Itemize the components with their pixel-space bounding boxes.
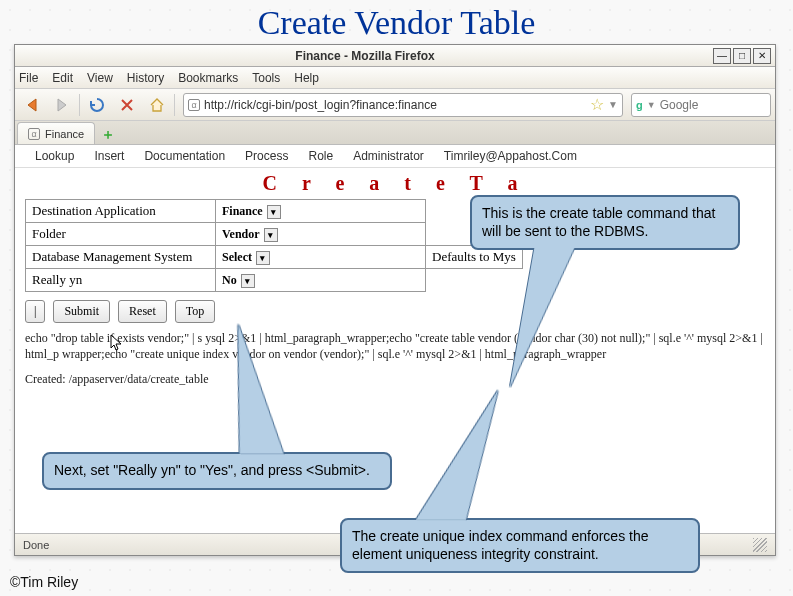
titlebar: Finance - Mozilla Firefox — □ ✕ [15, 45, 775, 67]
top-button[interactable]: Top [175, 300, 216, 323]
bookmark-star-icon[interactable]: ☆ [590, 95, 604, 114]
label-dbms: Database Management System [26, 246, 216, 269]
site-icon: α [188, 99, 200, 111]
home-button[interactable] [144, 92, 170, 118]
tab-strip: α Finance ＋ [15, 121, 775, 145]
reload-icon [88, 96, 106, 114]
url-input[interactable] [204, 98, 586, 112]
submit-button[interactable]: Submit [53, 300, 110, 323]
google-icon [636, 98, 643, 112]
console-output: echo "drop table if exists vendor;" | s … [25, 331, 765, 388]
form-row-dbms: Database Management System Select ▾ Defa… [26, 246, 523, 269]
pipe-button[interactable]: | [25, 300, 45, 323]
console-line-1: echo "drop table if exists vendor;" | s … [25, 331, 765, 362]
nav-documentation[interactable]: Documentation [144, 149, 225, 163]
nav-lookup[interactable]: Lookup [35, 149, 74, 163]
back-arrow-icon [22, 95, 42, 115]
select-dbms[interactable]: Select ▾ [222, 250, 270, 265]
status-text: Done [23, 539, 49, 551]
menu-help[interactable]: Help [294, 71, 319, 85]
callout-really-yn: Next, set "Really yn" to "Yes", and pres… [42, 452, 392, 490]
nav-process[interactable]: Process [245, 149, 288, 163]
menu-tools[interactable]: Tools [252, 71, 280, 85]
search-dropdown-icon[interactable]: ▼ [647, 100, 656, 110]
copyright: ©Tim Riley [10, 574, 78, 590]
nav-insert[interactable]: Insert [94, 149, 124, 163]
divider [174, 94, 175, 116]
url-bar[interactable]: α ☆ ▼ [183, 93, 623, 117]
menu-view[interactable]: View [87, 71, 113, 85]
form-table: Destination Application Finance ▾ Folder… [25, 199, 523, 292]
window-title: Finance - Mozilla Firefox [19, 49, 711, 63]
label-really-yn: Really yn [26, 269, 216, 292]
search-bar[interactable]: ▼ [631, 93, 771, 117]
form-row-really-yn: Really yn No ▾ [26, 269, 523, 292]
chevron-down-icon: ▾ [241, 274, 255, 288]
menu-edit[interactable]: Edit [52, 71, 73, 85]
resize-grip-icon[interactable] [753, 538, 767, 552]
minimize-button[interactable]: — [713, 48, 731, 64]
url-dropdown-icon[interactable]: ▼ [608, 99, 618, 110]
slide-title: Create Vendor Table [0, 4, 793, 42]
divider [79, 94, 80, 116]
forward-arrow-icon [52, 95, 72, 115]
form-row-folder: Folder Vendor ▾ [26, 223, 523, 246]
menubar: File Edit View History Bookmarks Tools H… [15, 67, 775, 89]
close-button[interactable]: ✕ [753, 48, 771, 64]
select-really-yn[interactable]: No ▾ [222, 273, 255, 288]
label-destination-application: Destination Application [26, 200, 216, 223]
nav-administrator[interactable]: Administrator [353, 149, 424, 163]
callout-create-table: This is the create table command that wi… [470, 195, 740, 250]
menu-bookmarks[interactable]: Bookmarks [178, 71, 238, 85]
home-icon [148, 96, 166, 114]
tab-favicon-icon: α [28, 128, 40, 140]
select-destination-application[interactable]: Finance ▾ [222, 204, 281, 219]
forward-button[interactable] [49, 92, 75, 118]
console-line-2: Created: /appaserver/data/create_table [25, 372, 765, 388]
search-input[interactable] [660, 98, 793, 112]
nav-role[interactable]: Role [308, 149, 333, 163]
chevron-down-icon: ▾ [256, 251, 270, 265]
form-row-destination-application: Destination Application Finance ▾ [26, 200, 523, 223]
stop-button[interactable] [114, 92, 140, 118]
maximize-button[interactable]: □ [733, 48, 751, 64]
callout-unique-index: The create unique index command enforces… [340, 518, 700, 573]
tab-finance[interactable]: α Finance [17, 122, 95, 144]
chevron-down-icon: ▾ [264, 228, 278, 242]
new-tab-button[interactable]: ＋ [97, 126, 119, 144]
menu-history[interactable]: History [127, 71, 164, 85]
plus-icon: ＋ [101, 126, 115, 144]
reset-button[interactable]: Reset [118, 300, 167, 323]
menu-file[interactable]: File [19, 71, 38, 85]
app-nav: Lookup Insert Documentation Process Role… [15, 145, 775, 168]
select-folder[interactable]: Vendor ▾ [222, 227, 278, 242]
stop-icon [119, 97, 135, 113]
tab-label: Finance [45, 128, 84, 140]
nav-user[interactable]: Timriley@Appahost.Com [444, 149, 577, 163]
reload-button[interactable] [84, 92, 110, 118]
label-folder: Folder [26, 223, 216, 246]
back-button[interactable] [19, 92, 45, 118]
button-row: | Submit Reset Top [25, 300, 765, 323]
chevron-down-icon: ▾ [267, 205, 281, 219]
toolbar: α ☆ ▼ ▼ [15, 89, 775, 121]
